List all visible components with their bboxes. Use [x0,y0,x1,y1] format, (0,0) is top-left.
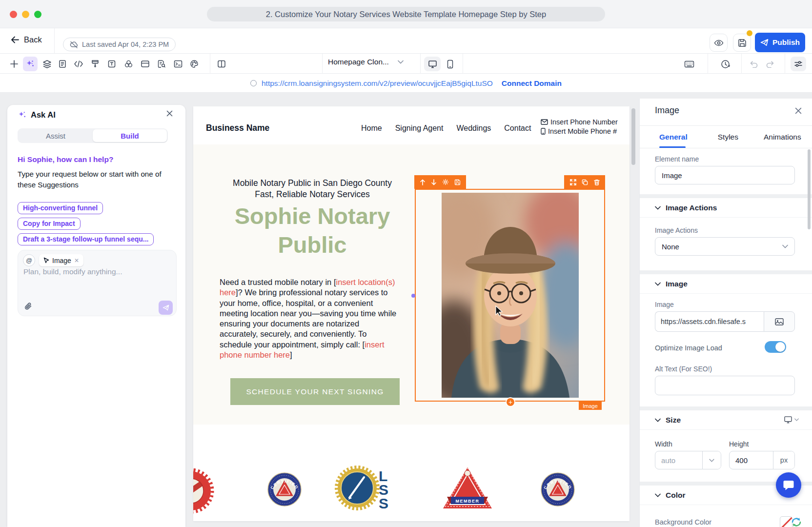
context-tag-image[interactable]: Image ✕ [39,254,83,266]
ask-ai-close-button[interactable] [166,110,173,117]
width-input-group: auto [655,451,721,469]
optimize-image-toggle[interactable] [765,341,786,353]
nav-signing-agent[interactable]: Signing Agent [395,124,444,133]
window-close-dot[interactable] [10,11,17,18]
element-settings-gear-icon[interactable] [442,179,449,185]
width-input[interactable]: auto [655,451,702,469]
hero-body-text[interactable]: Need a trusted mobile notary in [insert … [220,277,398,360]
image-url-input[interactable]: https://assets.cdn.filesafe.s [655,311,764,332]
contact-mobile-text[interactable]: Insert Mobile Phone # [548,127,617,135]
mention-button[interactable]: @ [23,254,35,266]
custom-code-button[interactable] [73,59,84,69]
hero-subtitle[interactable]: Mobile Notary Public in San Diego County… [215,178,410,200]
suggestion-chip[interactable]: Copy for Impact [18,218,81,230]
layers-icon [42,60,52,69]
image-actions-select[interactable]: None [655,237,795,256]
chevron-down-icon [655,206,661,210]
version-history-button[interactable] [720,59,731,69]
send-icon [162,304,169,311]
move-up-icon[interactable] [420,179,426,185]
duplicate-copy-icon[interactable] [582,179,588,185]
element-save-icon[interactable] [454,179,461,185]
nav-home[interactable]: Home [361,124,382,133]
blend-colors-button[interactable] [123,59,134,69]
column-handle-dot[interactable] [411,294,415,298]
dev-console-button[interactable] [173,59,183,69]
height-label: Height [729,440,749,448]
alt-text-input[interactable] [655,376,795,395]
tab-build[interactable]: Build [93,129,167,142]
alt-text-label: Alt Text (For SEO!) [655,365,712,373]
sections-layers-button[interactable] [41,59,52,69]
image-picker-button[interactable] [764,311,795,332]
toggle-panels-button[interactable] [216,59,227,69]
preview-scrollbar[interactable] [631,108,635,165]
redo-icon [766,61,774,68]
nav-contact[interactable]: Contact [504,124,531,133]
section-gap [640,270,812,274]
delete-trash-icon[interactable] [594,179,600,185]
nav-weddings[interactable]: Weddings [456,124,491,133]
section-image-actions-header[interactable]: Image Actions [640,198,812,218]
fullscreen-expand-icon[interactable] [570,179,576,185]
page-settings-button[interactable] [791,57,806,71]
ai-assistant-button[interactable] [23,57,38,71]
site-preview-canvas[interactable]: Business Name Home Signing Agent Wedding… [193,106,629,521]
site-business-name[interactable]: Business Name [206,123,269,133]
styles-paint-button[interactable] [90,59,101,69]
height-input[interactable]: 400 [730,451,773,469]
back-button[interactable]: Back [11,35,42,44]
window-minimize-dot[interactable] [22,11,29,18]
suggestion-chip[interactable]: Draft a 3-stage follow-up funnel sequ... [18,233,154,245]
typography-button[interactable] [106,59,117,69]
preview-url-link[interactable]: https://crm.loansigningsystem.com/v2/pre… [262,79,493,88]
divider [322,54,323,74]
page-content-button[interactable] [57,59,68,69]
connect-domain-link[interactable]: Connect Domain [502,79,562,88]
schedule-cta-button[interactable]: SCHEDULE YOUR NEXT SIGNING [230,378,400,405]
ai-prompt-hint: Type your request below or start with on… [18,169,173,190]
contact-phone-text[interactable]: Insert Phone Number [550,118,618,126]
mobile-view-button[interactable] [445,59,455,69]
card-section-button[interactable] [140,59,150,69]
divider [463,54,463,74]
preview-eye-button[interactable] [710,34,728,52]
ask-ai-title: Ask AI [31,110,56,120]
add-element-below-button[interactable]: + [506,397,515,407]
tab-styles[interactable]: Styles [718,133,738,142]
hero-title[interactable]: Sophie Notary Public [209,202,416,260]
theme-palette-button[interactable] [189,59,200,69]
suggestion-chip[interactable]: High-converting funnel [18,202,103,214]
keyboard-shortcuts-button[interactable] [684,59,694,69]
tab-animations[interactable]: Animations [764,133,801,142]
desktop-view-button[interactable] [424,57,441,71]
redo-button[interactable] [765,59,775,69]
refresh-arrows-icon[interactable] [791,517,802,527]
card-icon [141,60,150,68]
undo-button[interactable] [749,59,759,69]
panel-scrollbar[interactable] [808,149,811,229]
tab-general[interactable]: General [659,133,688,142]
section-image-header[interactable]: Image [640,274,812,294]
window-zoom-dot[interactable] [34,11,41,18]
seo-audit-button[interactable] [156,59,167,69]
element-name-input[interactable] [655,166,795,184]
certified-nsa-badge: CERTIFIED [541,472,575,507]
size-device-scope-button[interactable] [784,416,799,424]
height-unit[interactable]: px [773,451,794,469]
remove-context-icon[interactable]: ✕ [74,257,79,264]
certification-badges-row: CERTIFIED L S S ME [193,459,629,521]
page-selector-dropdown[interactable]: Homepage Clon... [328,58,404,66]
move-down-icon[interactable] [431,179,437,185]
unsaved-changes-badge [747,30,752,36]
publish-button[interactable]: Publish [755,33,805,52]
panel-close-button[interactable] [795,107,802,114]
support-chat-button[interactable] [776,472,801,498]
width-unit-dropdown[interactable] [702,451,721,469]
attach-file-button[interactable] [24,302,32,311]
save-button[interactable] [733,34,751,52]
tab-assist[interactable]: Assist [19,129,93,142]
code-icon [74,60,83,68]
ai-send-button[interactable] [159,301,173,315]
add-element-button[interactable] [9,59,20,69]
